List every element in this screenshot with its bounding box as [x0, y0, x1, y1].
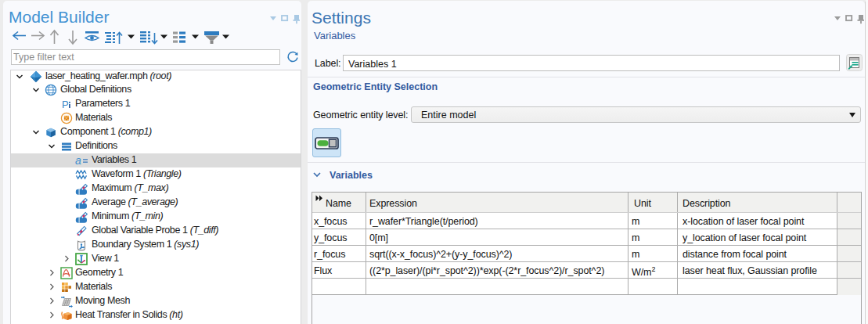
svg-text:P: P [62, 99, 68, 110]
svg-text:a: a [75, 154, 81, 167]
